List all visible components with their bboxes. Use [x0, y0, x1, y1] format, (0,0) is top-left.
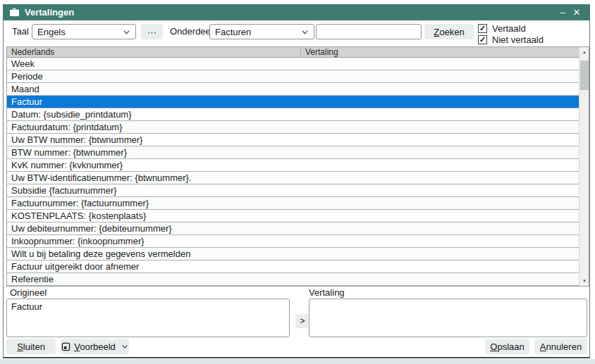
- transfer-button[interactable]: >: [295, 314, 309, 328]
- taal-select[interactable]: Engels: [32, 24, 136, 39]
- table-row[interactable]: KvK nummer: {kvknummer}: [7, 159, 579, 172]
- cell-nederlands: Week: [7, 58, 301, 70]
- search-input-wrap: [316, 24, 422, 39]
- chevron-down-icon: [121, 343, 128, 350]
- origineel-label: Origineel: [10, 287, 47, 299]
- cell-nederlands: Uw debiteurnummer: {debiteurnummer}: [7, 222, 301, 234]
- table-row[interactable]: Uw debiteurnummer: {debiteurnummer}: [7, 222, 579, 235]
- cell-nederlands: Factuur uitgereikt door afnemer: [7, 261, 301, 272]
- translations-table: Nederlands Vertaling Week Periode Maand …: [6, 46, 589, 287]
- vertaling-textarea-wrap: [309, 299, 587, 337]
- table-row[interactable]: Periode: [7, 70, 579, 83]
- cell-nederlands: Uw BTW-identificatienummer: {btwnummer}.: [7, 172, 301, 184]
- cell-vertaling: [301, 197, 579, 209]
- table-row[interactable]: Referentie: [7, 273, 579, 286]
- origineel-textarea[interactable]: Factuur: [7, 299, 289, 337]
- cell-nederlands: Periode: [7, 70, 301, 82]
- table-row[interactable]: Uw BTW-identificatienummer: {btwnummer}.: [7, 172, 579, 184]
- cell-vertaling: [301, 108, 579, 120]
- cell-vertaling: [301, 261, 579, 272]
- cell-vertaling: [301, 83, 579, 95]
- cell-vertaling: [301, 146, 579, 158]
- scroll-down-icon[interactable]: ▼: [579, 276, 589, 286]
- vertical-scrollbar[interactable]: ▲ ▼: [579, 47, 589, 286]
- close-button[interactable]: ✕: [570, 5, 584, 20]
- cell-nederlands: KOSTENPLAATS: {kostenplaats}: [7, 210, 301, 222]
- sluiten-button[interactable]: Sluiten: [6, 339, 56, 354]
- table-row[interactable]: KOSTENPLAATS: {kostenplaats}: [7, 210, 579, 222]
- vertalingen-dialog: Vertalingen – ✕ Taal Engels ··· Onderdee…: [3, 4, 590, 358]
- cell-nederlands: Referentie: [7, 273, 301, 285]
- vertaling-label: Vertaling: [309, 287, 345, 299]
- opslaan-button[interactable]: Opslaan: [485, 339, 529, 354]
- table-row[interactable]: Factuur: [7, 96, 579, 108]
- cell-vertaling: [301, 172, 579, 184]
- column-header-nederlands[interactable]: Nederlands: [7, 47, 301, 57]
- cell-nederlands: Subsidie {factuurnummer}: [7, 184, 301, 196]
- cell-nederlands: Datum: {subsidie_printdatum}: [7, 108, 301, 120]
- vertaald-checkbox[interactable]: ✓: [478, 24, 487, 33]
- scrollbar-thumb[interactable]: [580, 61, 589, 90]
- onderdeel-select-value: Facturen: [215, 27, 301, 37]
- origineel-textarea-wrap: Factuur: [6, 299, 290, 337]
- niet-vertaald-checkbox-row: ✓ Niet vertaald: [478, 34, 544, 45]
- preview-icon: [61, 342, 70, 351]
- table-row[interactable]: BTW nummer: {btwnummer}: [7, 146, 579, 159]
- table-row[interactable]: Week: [7, 58, 579, 70]
- cell-vertaling: [301, 96, 579, 108]
- table-row[interactable]: Factuurdatum: {printdatum}: [7, 121, 579, 134]
- voorbeeld-label: Voorbeeld: [74, 341, 116, 352]
- chevron-down-icon: [123, 28, 130, 36]
- vertaald-label: Vertaald: [492, 23, 526, 34]
- table-row[interactable]: Factuurnummer: {factuurnummer}: [7, 197, 579, 210]
- window-title: Vertalingen: [25, 7, 556, 18]
- desktop-strip: [0, 359, 595, 364]
- taal-label: Taal: [12, 24, 29, 39]
- briefcase-icon: [9, 8, 20, 17]
- onderdeel-label: Onderdeel: [170, 24, 213, 39]
- table-row[interactable]: Maand: [7, 83, 579, 96]
- cell-vertaling: [301, 121, 579, 133]
- cell-vertaling: [301, 210, 579, 222]
- cell-vertaling: [301, 235, 579, 247]
- cell-vertaling: [301, 184, 579, 196]
- table-body: Week Periode Maand Factuur Datum: {subsi…: [7, 58, 579, 286]
- table-row[interactable]: Factuur uitgereikt door afnemer: [7, 261, 579, 273]
- more-languages-button[interactable]: ···: [141, 24, 163, 39]
- cell-vertaling: [301, 134, 579, 146]
- niet-vertaald-label: Niet vertaald: [492, 34, 544, 45]
- titlebar[interactable]: Vertalingen – ✕: [3, 4, 590, 20]
- vertaald-checkbox-row: ✓ Vertaald: [478, 23, 526, 34]
- cell-vertaling: [301, 248, 579, 260]
- search-input[interactable]: [321, 27, 416, 37]
- minimize-button[interactable]: –: [556, 5, 570, 20]
- onderdeel-select[interactable]: Facturen: [209, 24, 314, 39]
- annuleren-button[interactable]: Annuleren: [534, 339, 587, 354]
- cell-vertaling: [301, 58, 579, 70]
- cell-vertaling: [301, 70, 579, 82]
- table-header: Nederlands Vertaling: [7, 47, 589, 58]
- voorbeeld-button[interactable]: Voorbeeld: [61, 339, 129, 354]
- vertaling-textarea[interactable]: [309, 299, 587, 337]
- column-header-vertaling[interactable]: Vertaling: [301, 47, 589, 57]
- taal-select-value: Engels: [37, 27, 123, 37]
- cell-nederlands: Uw BTW nummer: {btwnummer}: [7, 134, 301, 146]
- cell-nederlands: Factuurdatum: {printdatum}: [7, 121, 301, 133]
- cell-nederlands: Factuurnummer: {factuurnummer}: [7, 197, 301, 209]
- scroll-up-icon[interactable]: ▲: [579, 47, 589, 57]
- table-row[interactable]: Uw BTW nummer: {btwnummer}: [7, 134, 579, 146]
- table-row[interactable]: Wilt u bij betaling deze gegevens vermel…: [7, 248, 579, 261]
- cell-vertaling: [301, 222, 579, 234]
- cell-nederlands: Factuur: [7, 96, 301, 108]
- cell-nederlands: Inkoopnummer: {inkoopnummer}: [7, 235, 301, 247]
- niet-vertaald-checkbox[interactable]: ✓: [478, 35, 487, 44]
- zoeken-button[interactable]: Zoeken: [424, 24, 474, 39]
- cell-vertaling: [301, 273, 579, 285]
- screen: Vertalingen – ✕ Taal Engels ··· Onderdee…: [0, 0, 595, 364]
- table-row[interactable]: Inkoopnummer: {inkoopnummer}: [7, 235, 579, 248]
- chevron-down-icon: [301, 28, 309, 36]
- table-row[interactable]: Subsidie {factuurnummer}: [7, 184, 579, 197]
- cell-vertaling: [301, 159, 579, 171]
- cell-nederlands: Maand: [7, 83, 301, 95]
- table-row[interactable]: Datum: {subsidie_printdatum}: [7, 108, 579, 121]
